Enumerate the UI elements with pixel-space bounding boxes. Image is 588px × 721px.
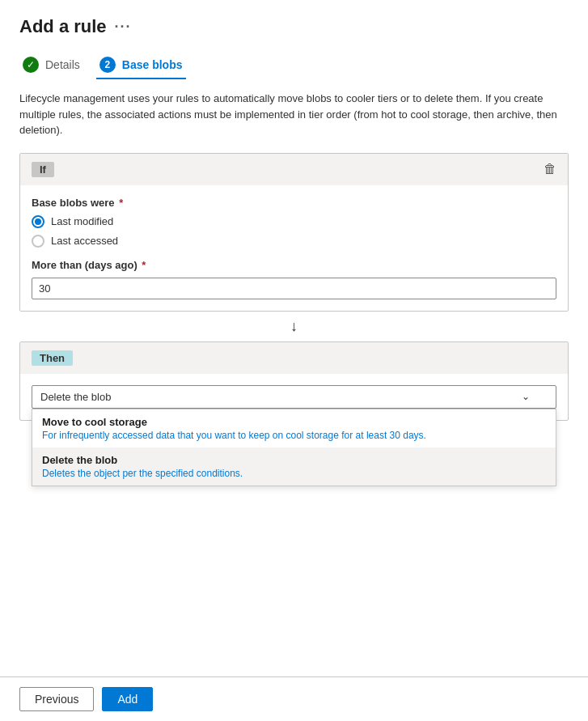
radio-last-accessed-circle: [32, 235, 44, 248]
tab-base-blobs[interactable]: 2 Base blobs: [96, 52, 186, 79]
tab-details-check-icon: ✓: [23, 57, 39, 73]
then-section-body: Delete the blob ⌄ Move to cool storage F…: [20, 374, 568, 420]
then-section-header: Then: [20, 342, 568, 374]
title-ellipsis: ···: [115, 19, 132, 36]
dropdown-selected-value: Delete the blob: [40, 391, 111, 403]
radio-last-accessed-label: Last accessed: [51, 235, 118, 247]
action-dropdown[interactable]: Delete the blob ⌄: [32, 385, 556, 409]
dropdown-item-delete-blob-desc: Deletes the object per the specified con…: [42, 468, 546, 479]
if-label: If: [32, 162, 54, 177]
down-arrow-icon: ↓: [290, 318, 298, 335]
then-label: Then: [32, 350, 73, 366]
days-ago-input[interactable]: [32, 278, 556, 299]
previous-button[interactable]: Previous: [19, 687, 94, 711]
if-section: If 🗑 Base blobs were * Last modified Las…: [19, 153, 569, 312]
radio-last-modified-circle: [32, 215, 44, 228]
dropdown-item-move-cool[interactable]: Move to cool storage For infrequently ac…: [32, 409, 556, 447]
dropdown-item-delete-blob-title: Delete the blob: [42, 454, 546, 466]
then-section: Then Delete the blob ⌄ Move to cool stor…: [19, 341, 569, 421]
arrow-connector: ↓: [19, 312, 569, 341]
radio-last-accessed[interactable]: Last accessed: [32, 235, 556, 248]
chevron-down-icon: ⌄: [522, 391, 530, 402]
info-text: Lifecycle management uses your rules to …: [19, 91, 569, 138]
tab-base-blobs-number: 2: [99, 57, 116, 73]
if-section-body: Base blobs were * Last modified Last acc…: [20, 185, 568, 311]
delete-if-icon[interactable]: 🗑: [544, 162, 556, 176]
dropdown-item-move-cool-desc: For infrequently accessed data that you …: [42, 430, 546, 441]
tabs-bar: ✓ Details 2 Base blobs: [19, 52, 569, 79]
required-star: *: [116, 197, 124, 209]
radio-group-base-blobs: Last modified Last accessed: [32, 215, 556, 248]
tab-details-label: Details: [45, 58, 80, 71]
days-required-star: *: [139, 259, 146, 271]
radio-last-modified-label: Last modified: [51, 215, 113, 227]
tab-base-blobs-label: Base blobs: [122, 58, 183, 71]
footer-bar: Previous Add: [0, 676, 588, 721]
page-title-bar: Add a rule ···: [19, 16, 569, 37]
base-blobs-label: Base blobs were *: [32, 197, 556, 209]
tab-details[interactable]: ✓ Details: [19, 52, 83, 79]
dropdown-item-delete-blob[interactable]: Delete the blob Deletes the object per t…: [32, 447, 556, 486]
days-ago-label: More than (days ago) *: [32, 259, 556, 271]
page-title: Add a rule: [19, 16, 107, 37]
dropdown-item-move-cool-title: Move to cool storage: [42, 416, 546, 428]
add-button[interactable]: Add: [102, 687, 153, 711]
action-dropdown-wrapper: Delete the blob ⌄ Move to cool storage F…: [32, 385, 556, 409]
radio-last-modified[interactable]: Last modified: [32, 215, 556, 228]
action-dropdown-menu: Move to cool storage For infrequently ac…: [32, 409, 556, 486]
radio-last-modified-inner: [35, 218, 41, 225]
if-section-header: If 🗑: [20, 154, 568, 185]
